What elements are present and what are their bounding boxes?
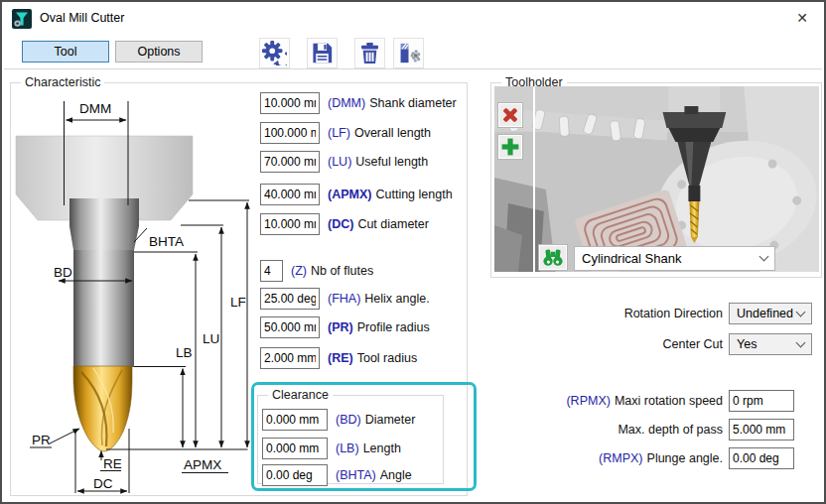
clearance-length-input[interactable]: [262, 438, 328, 459]
param-code-apmx: (APMX): [328, 188, 371, 201]
field-label: Shank diameter: [369, 96, 457, 110]
browse-toolholder-button[interactable]: [538, 244, 568, 271]
cut-diameter-input[interactable]: [260, 213, 320, 235]
remove-toolholder-button[interactable]: [497, 102, 523, 128]
field-label: Angle: [380, 468, 412, 482]
field-label: Overall length: [354, 126, 431, 140]
param-code-fha: (FHA): [328, 292, 360, 306]
toolholder-type-select[interactable]: Cylindrical Shank: [574, 246, 775, 271]
toolholder-panel-divider: [533, 86, 535, 272]
plunge-angle-input[interactable]: [729, 447, 794, 469]
oval-mill-cutter-dialog: Oval Mill Cutter ✕ Tool Options: [0, 0, 826, 504]
chevron-down-icon: [759, 252, 769, 262]
max-rotation-speed-label: Maxi rotation speed: [615, 394, 723, 408]
green-plus-icon: [500, 137, 520, 157]
tool-library-button[interactable]: [393, 38, 424, 68]
param-code-dmm: (DMM): [328, 96, 365, 110]
field-label: Nb of flutes: [311, 264, 373, 278]
floppy-disk-icon: [310, 41, 335, 65]
toolholder-type-value: Cylindrical Shank: [582, 251, 681, 266]
field-label: Helix angle.: [364, 292, 429, 306]
profile-radius-input[interactable]: [260, 316, 320, 338]
max-rotation-speed-input[interactable]: [729, 390, 794, 412]
param-code-lb: (LB): [336, 441, 359, 455]
param-code-bd: (BD): [336, 413, 361, 427]
tool-radius-input[interactable]: [260, 347, 320, 369]
tool-library-icon: [396, 41, 421, 65]
rotation-direction-select[interactable]: Undefined: [729, 303, 812, 324]
red-x-icon: [500, 105, 520, 125]
param-code-re: (RE): [328, 351, 353, 365]
title-bar: Oval Mill Cutter ✕: [2, 2, 824, 35]
reset-settings-button[interactable]: [259, 38, 290, 68]
max-depth-of-pass-input[interactable]: [729, 419, 794, 441]
center-cut-label: Center Cut: [479, 337, 723, 351]
field-label: Profile radius: [357, 320, 430, 334]
param-code-lf: (LF): [328, 126, 350, 140]
flutes-count-input[interactable]: [260, 260, 283, 282]
field-label: Cut diameter: [357, 217, 429, 231]
max-depth-of-pass-label: Max. depth of pass: [618, 423, 723, 437]
clearance-diameter-input[interactable]: [262, 409, 328, 431]
cutting-length-input[interactable]: [260, 184, 320, 205]
helix-angle-input[interactable]: [260, 288, 320, 310]
save-button[interactable]: [307, 38, 338, 68]
param-code-z: (Z): [291, 264, 307, 278]
tab-options[interactable]: Options: [115, 41, 203, 63]
center-cut-value: Yes: [737, 337, 757, 351]
plunge-angle-label: Plunge angle.: [647, 451, 723, 465]
chevron-down-icon: [796, 337, 806, 347]
shank-diameter-input[interactable]: [260, 92, 320, 114]
delete-button[interactable]: [354, 38, 385, 68]
field-label: Cutting length: [375, 188, 452, 201]
toolbar-separator: [4, 68, 822, 69]
field-label: Tool radius: [357, 351, 417, 365]
mill-cutter-app-icon: [12, 9, 32, 29]
param-code-pr: (PR): [328, 320, 353, 334]
tab-tool[interactable]: Tool: [22, 41, 109, 63]
field-label: Length: [363, 441, 401, 455]
param-code-rmpx: (RMPX): [599, 451, 642, 465]
binoculars-icon: [541, 247, 565, 268]
center-cut-select[interactable]: Yes: [729, 333, 812, 355]
param-code-lu: (LU): [328, 155, 351, 169]
param-code-dc: (DC): [328, 217, 353, 231]
rotation-direction-label: Rotation Direction: [479, 307, 723, 320]
chevron-down-icon: [796, 307, 806, 316]
overall-length-input[interactable]: [260, 122, 320, 144]
trash-can-icon: [357, 41, 382, 65]
add-toolholder-button[interactable]: [497, 134, 523, 160]
window-title: Oval Mill Cutter: [40, 11, 124, 25]
rotation-direction-value: Undefined: [737, 307, 793, 320]
characteristic-group-label: Characteristic: [21, 75, 104, 89]
useful-length-input[interactable]: [260, 151, 320, 173]
field-label: Diameter: [365, 413, 416, 427]
clearance-angle-input[interactable]: [262, 464, 328, 486]
param-code-bhta: (BHTA): [336, 468, 376, 482]
clearance-group-label: Clearance: [268, 388, 333, 402]
close-button[interactable]: ✕: [788, 6, 816, 31]
param-code-rpmx: (RPMX): [566, 394, 610, 408]
field-label: Useful length: [355, 155, 428, 169]
gear-refresh-icon: [262, 41, 287, 65]
